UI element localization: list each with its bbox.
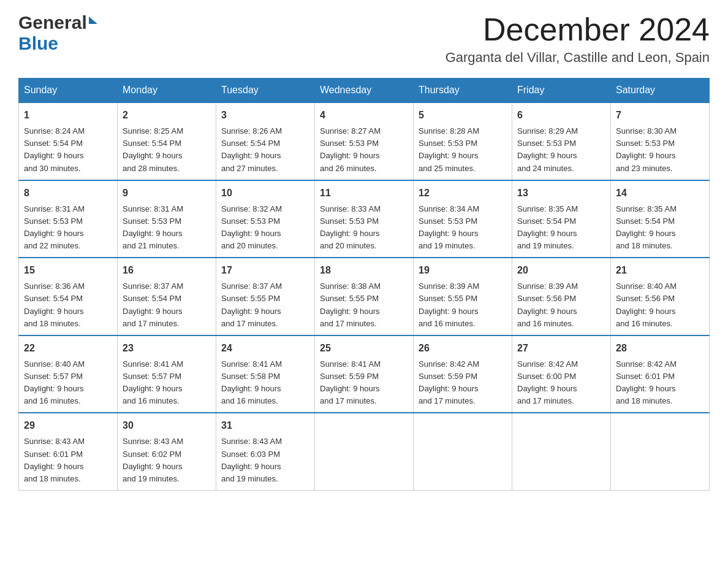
calendar-week-row: 29Sunrise: 8:43 AMSunset: 6:01 PMDayligh… (19, 413, 710, 490)
calendar-cell: 6Sunrise: 8:29 AMSunset: 5:53 PMDaylight… (512, 102, 611, 180)
day-number: 9 (123, 186, 211, 201)
calendar-cell: 15Sunrise: 8:36 AMSunset: 5:54 PMDayligh… (19, 258, 118, 335)
calendar-header-row: SundayMondayTuesdayWednesdayThursdayFrid… (19, 79, 710, 103)
day-info: Sunrise: 8:30 AMSunset: 5:53 PMDaylight:… (616, 125, 704, 175)
calendar-cell: 13Sunrise: 8:35 AMSunset: 5:54 PMDayligh… (512, 180, 611, 258)
calendar-cell: 2Sunrise: 8:25 AMSunset: 5:54 PMDaylight… (118, 102, 216, 180)
calendar-cell: 29Sunrise: 8:43 AMSunset: 6:01 PMDayligh… (19, 413, 118, 490)
day-info: Sunrise: 8:41 AMSunset: 5:59 PMDaylight:… (320, 358, 408, 408)
calendar-cell: 28Sunrise: 8:42 AMSunset: 6:01 PMDayligh… (611, 335, 710, 413)
day-header-monday: Monday (118, 79, 216, 103)
day-number: 13 (517, 186, 605, 201)
calendar-cell (414, 413, 512, 490)
day-number: 21 (616, 263, 704, 278)
day-info: Sunrise: 8:43 AMSunset: 6:03 PMDaylight:… (221, 435, 309, 485)
day-info: Sunrise: 8:33 AMSunset: 5:53 PMDaylight:… (320, 203, 408, 253)
day-number: 15 (24, 263, 112, 278)
calendar-cell: 1Sunrise: 8:24 AMSunset: 5:54 PMDaylight… (19, 102, 118, 180)
day-info: Sunrise: 8:35 AMSunset: 5:54 PMDaylight:… (517, 203, 605, 253)
day-header-saturday: Saturday (611, 79, 710, 103)
day-number: 30 (123, 418, 211, 433)
day-info: Sunrise: 8:42 AMSunset: 5:59 PMDaylight:… (419, 358, 507, 408)
day-number: 26 (419, 341, 507, 356)
day-info: Sunrise: 8:41 AMSunset: 5:58 PMDaylight:… (221, 358, 309, 408)
calendar-cell: 18Sunrise: 8:38 AMSunset: 5:55 PMDayligh… (315, 258, 414, 335)
day-info: Sunrise: 8:24 AMSunset: 5:54 PMDaylight:… (24, 125, 112, 175)
day-number: 28 (616, 341, 704, 356)
day-number: 14 (616, 186, 704, 201)
day-info: Sunrise: 8:31 AMSunset: 5:53 PMDaylight:… (123, 203, 211, 253)
day-info: Sunrise: 8:32 AMSunset: 5:53 PMDaylight:… (221, 203, 309, 253)
calendar-cell: 17Sunrise: 8:37 AMSunset: 5:55 PMDayligh… (216, 258, 315, 335)
calendar-cell: 21Sunrise: 8:40 AMSunset: 5:56 PMDayligh… (611, 258, 710, 335)
day-number: 16 (123, 263, 211, 278)
calendar-cell: 23Sunrise: 8:41 AMSunset: 5:57 PMDayligh… (118, 335, 216, 413)
day-number: 2 (123, 108, 211, 123)
day-number: 27 (517, 341, 605, 356)
calendar-cell: 19Sunrise: 8:39 AMSunset: 5:55 PMDayligh… (414, 258, 512, 335)
calendar-week-row: 15Sunrise: 8:36 AMSunset: 5:54 PMDayligh… (19, 258, 710, 335)
day-number: 23 (123, 341, 211, 356)
day-number: 19 (419, 263, 507, 278)
calendar-cell: 3Sunrise: 8:26 AMSunset: 5:54 PMDaylight… (216, 102, 315, 180)
day-info: Sunrise: 8:42 AMSunset: 6:01 PMDaylight:… (616, 358, 704, 408)
day-number: 3 (221, 108, 309, 123)
calendar-week-row: 22Sunrise: 8:40 AMSunset: 5:57 PMDayligh… (19, 335, 710, 413)
month-title: December 2024 (446, 12, 710, 47)
day-info: Sunrise: 8:31 AMSunset: 5:53 PMDaylight:… (24, 203, 112, 253)
day-header-wednesday: Wednesday (315, 79, 414, 103)
day-number: 25 (320, 341, 408, 356)
day-info: Sunrise: 8:39 AMSunset: 5:55 PMDaylight:… (419, 280, 507, 330)
calendar-cell: 4Sunrise: 8:27 AMSunset: 5:53 PMDaylight… (315, 102, 414, 180)
page-header: General Blue December 2024 Garganta del … (18, 12, 710, 66)
calendar-cell (315, 413, 414, 490)
day-number: 31 (221, 418, 309, 433)
day-info: Sunrise: 8:43 AMSunset: 6:02 PMDaylight:… (123, 435, 211, 485)
logo-blue-text: Blue (18, 33, 58, 54)
day-number: 12 (419, 186, 507, 201)
calendar-cell: 7Sunrise: 8:30 AMSunset: 5:53 PMDaylight… (611, 102, 710, 180)
calendar-cell: 11Sunrise: 8:33 AMSunset: 5:53 PMDayligh… (315, 180, 414, 258)
calendar-week-row: 1Sunrise: 8:24 AMSunset: 5:54 PMDaylight… (19, 102, 710, 180)
day-info: Sunrise: 8:40 AMSunset: 5:56 PMDaylight:… (616, 280, 704, 330)
day-info: Sunrise: 8:38 AMSunset: 5:55 PMDaylight:… (320, 280, 408, 330)
day-number: 24 (221, 341, 309, 356)
calendar-cell: 26Sunrise: 8:42 AMSunset: 5:59 PMDayligh… (414, 335, 512, 413)
day-number: 20 (517, 263, 605, 278)
day-info: Sunrise: 8:27 AMSunset: 5:53 PMDaylight:… (320, 125, 408, 175)
day-info: Sunrise: 8:35 AMSunset: 5:54 PMDaylight:… (616, 203, 704, 253)
calendar-cell (611, 413, 710, 490)
day-info: Sunrise: 8:29 AMSunset: 5:53 PMDaylight:… (517, 125, 605, 175)
calendar-cell: 24Sunrise: 8:41 AMSunset: 5:58 PMDayligh… (216, 335, 315, 413)
day-number: 18 (320, 263, 408, 278)
calendar-cell: 25Sunrise: 8:41 AMSunset: 5:59 PMDayligh… (315, 335, 414, 413)
calendar-cell: 8Sunrise: 8:31 AMSunset: 5:53 PMDaylight… (19, 180, 118, 258)
day-number: 8 (24, 186, 112, 201)
day-info: Sunrise: 8:41 AMSunset: 5:57 PMDaylight:… (123, 358, 211, 408)
day-info: Sunrise: 8:40 AMSunset: 5:57 PMDaylight:… (24, 358, 112, 408)
calendar-cell: 31Sunrise: 8:43 AMSunset: 6:03 PMDayligh… (216, 413, 315, 490)
logo-general-text: General (18, 12, 87, 33)
calendar-table: SundayMondayTuesdayWednesdayThursdayFrid… (18, 78, 710, 491)
day-header-tuesday: Tuesday (216, 79, 315, 103)
title-block: December 2024 Garganta del Villar, Casti… (446, 12, 710, 66)
calendar-week-row: 8Sunrise: 8:31 AMSunset: 5:53 PMDaylight… (19, 180, 710, 258)
day-number: 5 (419, 108, 507, 123)
day-header-thursday: Thursday (414, 79, 512, 103)
logo-arrow-icon (89, 17, 97, 24)
day-header-friday: Friday (512, 79, 611, 103)
day-info: Sunrise: 8:26 AMSunset: 5:54 PMDaylight:… (221, 125, 309, 175)
calendar-cell: 9Sunrise: 8:31 AMSunset: 5:53 PMDaylight… (118, 180, 216, 258)
day-info: Sunrise: 8:25 AMSunset: 5:54 PMDaylight:… (123, 125, 211, 175)
day-number: 29 (24, 418, 112, 433)
day-info: Sunrise: 8:42 AMSunset: 6:00 PMDaylight:… (517, 358, 605, 408)
calendar-cell: 16Sunrise: 8:37 AMSunset: 5:54 PMDayligh… (118, 258, 216, 335)
calendar-cell: 10Sunrise: 8:32 AMSunset: 5:53 PMDayligh… (216, 180, 315, 258)
calendar-cell (512, 413, 611, 490)
day-info: Sunrise: 8:28 AMSunset: 5:53 PMDaylight:… (419, 125, 507, 175)
day-number: 10 (221, 186, 309, 201)
calendar-cell: 12Sunrise: 8:34 AMSunset: 5:53 PMDayligh… (414, 180, 512, 258)
day-number: 4 (320, 108, 408, 123)
day-header-sunday: Sunday (19, 79, 118, 103)
day-info: Sunrise: 8:43 AMSunset: 6:01 PMDaylight:… (24, 435, 112, 485)
